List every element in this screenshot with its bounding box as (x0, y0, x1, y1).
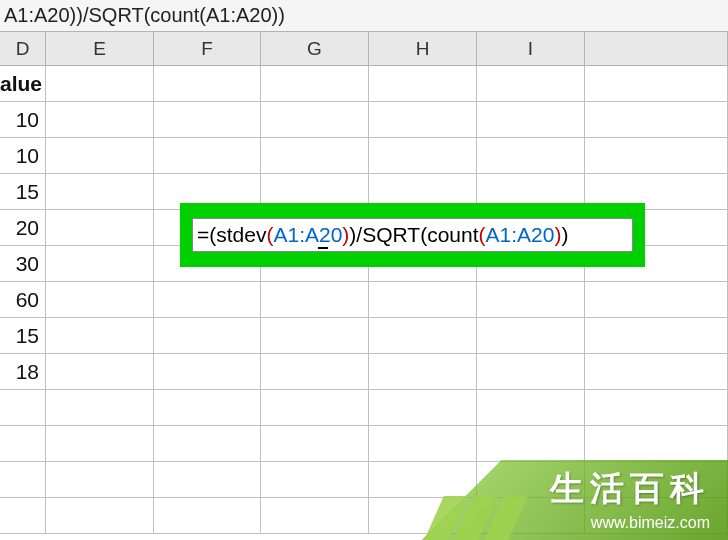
cell[interactable] (585, 318, 728, 353)
cell[interactable] (261, 390, 369, 425)
table-row: 18 (0, 354, 728, 390)
cell[interactable] (46, 174, 154, 209)
table-row: alue (0, 66, 728, 102)
cell[interactable] (369, 318, 477, 353)
cell[interactable]: 15 (0, 174, 46, 209)
watermark-tabs-icon (434, 496, 518, 540)
cell[interactable] (154, 102, 261, 137)
cell[interactable] (369, 354, 477, 389)
cell[interactable] (369, 426, 477, 461)
cell[interactable] (46, 462, 154, 497)
formula-bar[interactable]: A1:A20))/SQRT(count(A1:A20)) (0, 0, 728, 32)
cell[interactable]: 60 (0, 282, 46, 317)
cell[interactable] (154, 498, 261, 533)
cell[interactable] (477, 390, 585, 425)
active-cell-formula-input[interactable]: =(stdev(A1:A20))/SQRT(count(A1:A20)) (192, 218, 633, 252)
cell[interactable] (369, 282, 477, 317)
formula-bar-text: A1:A20))/SQRT(count(A1:A20)) (4, 4, 285, 27)
cell[interactable] (369, 102, 477, 137)
cell[interactable] (46, 66, 154, 101)
cell[interactable] (261, 426, 369, 461)
formula-highlight-callout: =(stdev(A1:A20))/SQRT(count(A1:A20)) (180, 203, 645, 267)
col-header-g[interactable]: G (261, 32, 369, 65)
cell[interactable]: 10 (0, 138, 46, 173)
cell[interactable] (46, 210, 154, 245)
cell[interactable] (46, 282, 154, 317)
cell[interactable] (46, 498, 154, 533)
cell[interactable] (154, 426, 261, 461)
cell[interactable] (585, 390, 728, 425)
cell[interactable] (154, 354, 261, 389)
cell[interactable]: 20 (0, 210, 46, 245)
cell[interactable] (46, 426, 154, 461)
cell[interactable] (477, 318, 585, 353)
watermark-title: 生活百科 (550, 466, 710, 512)
cell[interactable] (261, 354, 369, 389)
cell[interactable] (585, 354, 728, 389)
table-row: 10 (0, 138, 728, 174)
cell[interactable] (477, 138, 585, 173)
cell[interactable] (585, 66, 728, 101)
cell[interactable]: 15 (0, 318, 46, 353)
cell[interactable] (0, 426, 46, 461)
cell[interactable] (261, 138, 369, 173)
cell[interactable] (46, 246, 154, 281)
col-header-d[interactable]: D (0, 32, 46, 65)
cell[interactable] (477, 282, 585, 317)
column-headers: D E F G H I (0, 32, 728, 66)
cell[interactable] (261, 66, 369, 101)
cell[interactable] (369, 390, 477, 425)
col-header-i[interactable]: I (477, 32, 585, 65)
cell[interactable]: 18 (0, 354, 46, 389)
cell[interactable] (477, 354, 585, 389)
col-header-e[interactable]: E (46, 32, 154, 65)
cell[interactable] (369, 66, 477, 101)
cell[interactable] (46, 390, 154, 425)
cell[interactable] (585, 426, 728, 461)
cell[interactable] (154, 66, 261, 101)
col-header-h[interactable]: H (369, 32, 477, 65)
cell[interactable]: 10 (0, 102, 46, 137)
cell[interactable] (585, 102, 728, 137)
cell[interactable] (477, 66, 585, 101)
cell[interactable] (0, 390, 46, 425)
cell[interactable] (477, 102, 585, 137)
cell[interactable] (261, 282, 369, 317)
formula-eq: = (197, 223, 209, 247)
cell[interactable] (585, 282, 728, 317)
cell[interactable] (46, 318, 154, 353)
cell[interactable] (154, 462, 261, 497)
cell[interactable] (0, 462, 46, 497)
cell[interactable] (261, 102, 369, 137)
watermark-url: www.bimeiz.com (591, 514, 710, 532)
cell[interactable]: 30 (0, 246, 46, 281)
cell[interactable] (46, 102, 154, 137)
cell[interactable] (154, 390, 261, 425)
cell[interactable] (261, 462, 369, 497)
cell[interactable] (154, 318, 261, 353)
cell[interactable] (0, 498, 46, 533)
cell[interactable] (261, 318, 369, 353)
col-header-j[interactable] (585, 32, 728, 65)
table-row: 15 (0, 318, 728, 354)
cell[interactable] (46, 354, 154, 389)
table-row (0, 426, 728, 462)
cell[interactable] (46, 138, 154, 173)
cell[interactable]: alue (0, 66, 46, 101)
cell[interactable] (154, 282, 261, 317)
cell[interactable] (585, 138, 728, 173)
table-row (0, 390, 728, 426)
col-header-f[interactable]: F (154, 32, 261, 65)
cell[interactable] (369, 138, 477, 173)
cell[interactable] (261, 498, 369, 533)
table-row: 60 (0, 282, 728, 318)
cell[interactable] (477, 426, 585, 461)
text-cursor-icon (318, 247, 328, 249)
cell[interactable] (154, 138, 261, 173)
table-row: 10 (0, 102, 728, 138)
